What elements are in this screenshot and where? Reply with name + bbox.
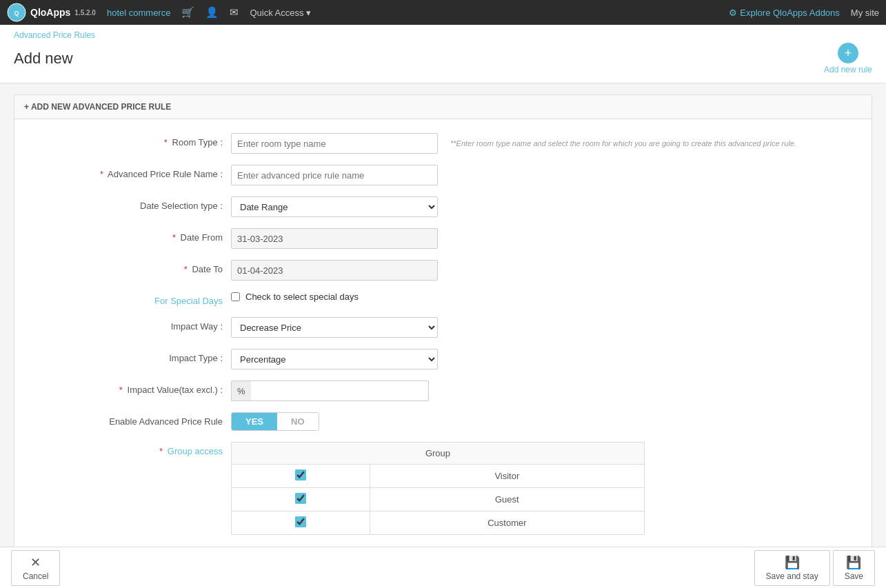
- group-access-field-col: Group Visitor: [231, 442, 862, 535]
- cancel-icon: ✕: [30, 555, 41, 570]
- page-footer: ✕ Cancel 💾 Save and stay 💾 Save: [0, 547, 886, 571]
- group-guest-row: Guest: [232, 488, 645, 511]
- mysite-link[interactable]: My site: [851, 8, 879, 18]
- group-access-label: Group access: [168, 446, 223, 456]
- footer-left: ✕ Cancel: [11, 550, 60, 572]
- save-stay-icon: 💾: [785, 555, 800, 570]
- svg-text:Q: Q: [14, 10, 19, 17]
- quick-access-chevron-icon: ▾: [306, 8, 311, 18]
- customer-checkbox-cell[interactable]: [232, 511, 370, 535]
- room-type-row: * Room Type : **Enter room type name and…: [24, 133, 862, 154]
- save-and-stay-button[interactable]: 💾 Save and stay: [754, 550, 830, 572]
- save-icon: 💾: [846, 555, 861, 570]
- date-from-row: * Date From: [24, 228, 862, 249]
- site-name[interactable]: hotel commerce: [107, 8, 170, 18]
- date-to-label: * Date To: [24, 260, 231, 274]
- date-from-label: * Date From: [24, 228, 231, 243]
- impact-way-select[interactable]: Decrease Price Increase Price: [231, 317, 438, 338]
- impact-way-field-col: Decrease Price Increase Price: [231, 317, 862, 338]
- date-selection-select[interactable]: Date Range Specific Dates Day of Week: [231, 196, 438, 217]
- group-access-row: * Group access Group: [24, 442, 862, 535]
- impact-type-label: Impact Type :: [24, 349, 231, 363]
- cancel-label: Cancel: [23, 571, 48, 572]
- save-button[interactable]: 💾 Save: [833, 550, 875, 572]
- impact-value-input[interactable]: [251, 381, 429, 401]
- impact-way-label: Impact Way :: [24, 317, 231, 332]
- group-access-label-col: * Group access: [24, 442, 231, 456]
- date-from-required-star: *: [172, 232, 176, 243]
- guest-checkbox[interactable]: [295, 493, 306, 504]
- page-title: Add new: [14, 50, 73, 68]
- impact-value-label: * Impact Value(tax excl.) :: [24, 381, 231, 395]
- app-name: QloApps: [30, 7, 70, 18]
- group-access-table: Group Visitor: [231, 442, 645, 535]
- room-type-required-star: *: [164, 137, 168, 148]
- special-days-checkbox-row: Check to select special days: [231, 292, 359, 302]
- percent-prefix-icon: %: [231, 381, 251, 401]
- date-from-input[interactable]: [231, 228, 438, 249]
- form-body: * Room Type : **Enter room type name and…: [14, 119, 872, 560]
- breadcrumb[interactable]: Advanced Price Rules: [14, 30, 872, 40]
- special-days-checkbox-label: Check to select special days: [245, 292, 359, 302]
- form-card: + ADD NEW ADVANCED PRICE RULE * Room Typ…: [14, 94, 872, 560]
- impact-value-input-group: %: [231, 381, 429, 401]
- adv-price-required-star: *: [100, 169, 103, 179]
- group-access-required-star: *: [159, 446, 163, 456]
- quick-access-menu[interactable]: Quick Access ▾: [250, 8, 311, 18]
- date-to-required-star: *: [184, 264, 188, 274]
- impact-type-field-col: Percentage Amount: [231, 349, 862, 369]
- enable-no-button[interactable]: NO: [277, 413, 319, 430]
- user-icon[interactable]: 👤: [205, 6, 219, 19]
- date-from-field-col: [231, 228, 862, 249]
- navbar-right: ⚙ Explore QloApps Addons My site: [729, 8, 879, 18]
- page-title-row: Add new + Add new rule: [14, 43, 872, 74]
- explore-addons-link[interactable]: ⚙ Explore QloApps Addons: [729, 8, 840, 18]
- cancel-button[interactable]: ✕ Cancel: [11, 550, 60, 572]
- group-visitor-row: Visitor: [232, 465, 645, 488]
- guest-checkbox-cell[interactable]: [232, 488, 370, 511]
- brand-logo[interactable]: Q QloApps 1.5.2.0: [7, 3, 96, 22]
- impact-way-row: Impact Way : Decrease Price Increase Pri…: [24, 317, 862, 338]
- impact-type-row: Impact Type : Percentage Amount: [24, 349, 862, 369]
- main-content: + ADD NEW ADVANCED PRICE RULE * Room Typ…: [0, 83, 886, 571]
- email-icon[interactable]: ✉: [230, 6, 239, 19]
- enable-rule-row: Enable Advanced Price Rule YES NO: [24, 412, 862, 431]
- add-new-rule-circle-icon: +: [838, 43, 858, 63]
- cart-icon[interactable]: 🛒: [181, 6, 194, 19]
- group-table-header: Group: [232, 443, 645, 465]
- footer-right: 💾 Save and stay 💾 Save: [754, 550, 875, 572]
- date-selection-label: Date Selection type :: [24, 196, 231, 211]
- save-label: Save: [845, 571, 863, 572]
- visitor-label: Visitor: [370, 465, 644, 488]
- enable-rule-toggle: YES NO: [231, 412, 319, 431]
- quick-access-label: Quick Access: [250, 8, 303, 18]
- app-version: 1.5.2.0: [74, 9, 96, 17]
- adv-price-name-row: * Advanced Price Rule Name :: [24, 165, 862, 185]
- navbar: Q QloApps 1.5.2.0 hotel commerce 🛒 👤 ✉ Q…: [0, 0, 886, 25]
- special-days-field-col: Check to select special days: [231, 292, 862, 302]
- impact-value-row: * Impact Value(tax excl.) : %: [24, 381, 862, 401]
- add-new-rule-label: Add new rule: [824, 65, 872, 74]
- adv-price-field-col: [231, 165, 862, 185]
- special-days-label-col: For Special Days: [24, 292, 231, 306]
- adv-price-name-input[interactable]: [231, 165, 438, 185]
- enable-yes-button[interactable]: YES: [232, 413, 277, 430]
- enable-rule-label: Enable Advanced Price Rule: [24, 412, 231, 427]
- group-customer-row: Customer: [232, 511, 645, 535]
- page-header: Advanced Price Rules Add new + Add new r…: [0, 25, 886, 83]
- section-title: + ADD NEW ADVANCED PRICE RULE: [24, 102, 171, 112]
- add-new-rule-button[interactable]: + Add new rule: [824, 43, 872, 74]
- qlo-logo-icon: Q: [7, 3, 26, 22]
- customer-checkbox[interactable]: [295, 516, 306, 527]
- special-days-label: For Special Days: [154, 296, 223, 306]
- impact-type-select[interactable]: Percentage Amount: [231, 349, 438, 369]
- room-type-field-col: **Enter room type name and select the ro…: [231, 133, 862, 154]
- customer-label: Customer: [370, 511, 644, 535]
- special-days-checkbox[interactable]: [231, 292, 240, 301]
- visitor-checkbox[interactable]: [295, 469, 306, 480]
- date-to-input[interactable]: [231, 260, 438, 281]
- visitor-checkbox-cell[interactable]: [232, 465, 370, 488]
- room-type-input[interactable]: [231, 133, 438, 154]
- guest-label: Guest: [370, 488, 644, 511]
- room-type-hint: **Enter room type name and select the ro…: [450, 139, 796, 148]
